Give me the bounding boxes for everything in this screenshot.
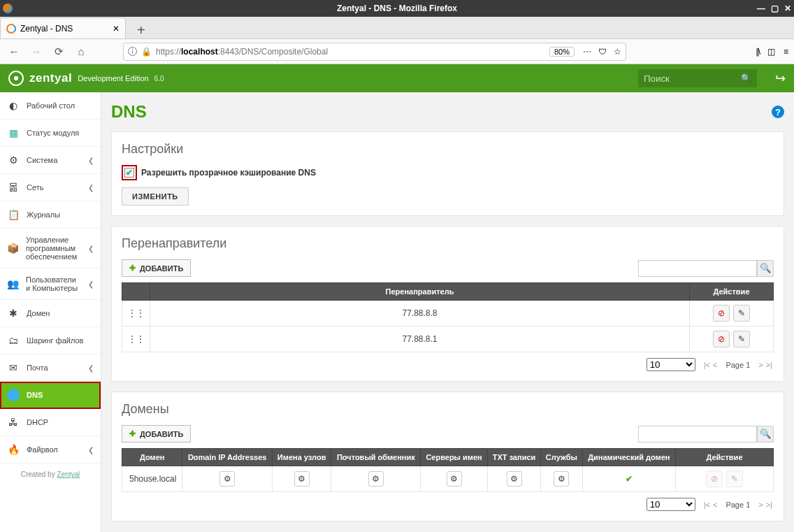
bookmark-star-icon[interactable]: ☆	[614, 47, 621, 57]
forwarders-heading: Перенаправители	[122, 236, 774, 251]
version-label: 6.0	[154, 75, 164, 82]
page-size-select[interactable]: 10	[647, 358, 695, 371]
sidebar-credits: Created by Zentyal	[0, 463, 101, 485]
info-icon[interactable]: i	[128, 47, 137, 56]
col-hosts: Имена узлов	[272, 449, 331, 466]
sidebar-item-dashboard[interactable]: ◐Рабочий стол	[0, 92, 101, 120]
pager-prev-icon[interactable]: <	[712, 501, 719, 509]
pager-first-icon[interactable]: |<	[702, 361, 712, 369]
pager-last-icon[interactable]: >|	[765, 361, 774, 369]
config-ns-button[interactable]: ⚙	[447, 471, 462, 487]
pager-last-icon[interactable]: >|	[765, 501, 774, 509]
zoom-level[interactable]: 80%	[549, 47, 575, 57]
sidebar-item-software[interactable]: 📦Управление программным обеспечением❮	[0, 229, 101, 268]
pager-first-icon[interactable]: |<	[702, 501, 712, 509]
home-button[interactable]: ⌂	[73, 43, 89, 60]
delete-button[interactable]: ⊘	[706, 470, 723, 487]
config-srv-button[interactable]: ⚙	[554, 471, 569, 487]
sidebar-item-mail[interactable]: ✉Почта❮	[0, 354, 101, 382]
sidebar-item-dns[interactable]: DNS	[0, 382, 101, 409]
maximize-icon[interactable]: ▢	[771, 3, 779, 13]
firefox-icon	[3, 3, 13, 13]
reload-button[interactable]: ⟳	[50, 43, 67, 60]
back-button[interactable]: ←	[6, 43, 22, 60]
sidebar-item-firewall[interactable]: 🔥Файрвол❮	[0, 436, 101, 463]
zentyal-logo[interactable]: zentyal Development Edition 6.0	[8, 71, 164, 86]
col-action: Действие	[676, 449, 774, 466]
sidebar-item-logs[interactable]: 📋Журналы	[0, 201, 101, 229]
library-icon[interactable]: ∥\	[756, 47, 759, 57]
browser-toolbar: ← → ⟳ ⌂ i 🔒 https://localhost:8443/DNS/C…	[0, 39, 794, 64]
add-forwarder-button[interactable]: ✚ДОБАВИТЬ	[122, 259, 191, 277]
sidebar-item-network[interactable]: 몲Сеть❮	[0, 174, 101, 201]
clipboard-icon: 📋	[7, 208, 20, 221]
transparent-cache-checkbox-wrap: ✔	[122, 165, 137, 180]
sidebar-item-users[interactable]: 👥Пользователи и Компьютеры❮	[0, 268, 101, 300]
pager-prev-icon[interactable]: <	[712, 361, 719, 369]
shield-icon[interactable]: 🛡	[598, 47, 607, 57]
help-icon[interactable]: ?	[772, 106, 784, 118]
dynamic-check-icon: ✔	[626, 474, 633, 484]
pager-next-icon[interactable]: >	[757, 361, 764, 369]
browser-tab[interactable]: Zentyal - DNS ✕	[0, 17, 126, 38]
drag-handle-icon[interactable]: ⋮⋮	[122, 301, 150, 326]
sidebar-item-dhcp[interactable]: 🖧DHCP	[0, 409, 101, 436]
edition-label: Development Edition	[78, 74, 149, 82]
delete-button[interactable]: ⊘	[713, 331, 730, 347]
forwarders-search-button[interactable]: 🔍	[757, 260, 774, 277]
credits-link[interactable]: Zentyal	[57, 470, 80, 478]
close-tab-icon[interactable]: ✕	[113, 24, 120, 34]
dns-icon	[7, 389, 20, 401]
col-srv: Службы	[541, 449, 582, 466]
new-tab-button[interactable]: +	[131, 22, 151, 38]
network-icon: 몲	[7, 181, 20, 194]
sidebar-item-domain[interactable]: ✱Домен	[0, 300, 101, 327]
mail-icon: ✉	[7, 361, 20, 374]
forward-button[interactable]: →	[28, 43, 45, 60]
domains-search-input[interactable]	[638, 426, 757, 443]
sidebar-icon[interactable]: ◫	[767, 47, 775, 57]
submit-button[interactable]: ИЗМЕНИТЬ	[122, 187, 189, 206]
forwarders-table: Перенаправитель Действие ⋮⋮ 77.88.8.8 ⊘ …	[122, 282, 774, 352]
config-txt-button[interactable]: ⚙	[507, 471, 522, 487]
sidebar-item-file-sharing[interactable]: 🗂Шаринг файлов	[0, 327, 101, 354]
sidebar-item-module-status[interactable]: ▦Статус модуля	[0, 120, 101, 147]
table-row: 5house.local ⚙ ⚙ ⚙ ⚙ ⚙ ⚙ ✔ ⊘ ✎	[122, 466, 774, 492]
col-mx: Почтовый обменник	[331, 449, 421, 466]
hamburger-icon[interactable]: ≡	[784, 47, 788, 57]
logout-button[interactable]: ↪	[775, 71, 786, 86]
add-domain-button[interactable]: ✚ДОБАВИТЬ	[122, 425, 191, 443]
forwarders-search-input[interactable]	[638, 260, 757, 277]
pager-next-icon[interactable]: >	[757, 501, 764, 509]
domain-name: 5house.local	[122, 466, 182, 492]
edit-button[interactable]: ✎	[733, 331, 750, 347]
zentyal-header: zentyal Development Edition 6.0 🔍 ↪	[0, 64, 794, 92]
page-action-icon[interactable]: ⋯	[583, 47, 591, 57]
browser-tab-bar: Zentyal - DNS ✕ +	[0, 17, 794, 39]
os-titlebar: Zentyal - DNS - Mozilla Firefox — ▢ ✕	[0, 0, 794, 17]
page-size-select[interactable]: 10	[647, 498, 695, 511]
delete-button[interactable]: ⊘	[713, 305, 730, 322]
search-input[interactable]	[644, 73, 741, 84]
domains-search-button[interactable]: 🔍	[757, 426, 774, 443]
forwarders-panel: Перенаправители ✚ДОБАВИТЬ 🔍 Перенаправит…	[111, 226, 784, 382]
plus-icon: ✚	[129, 429, 136, 438]
config-mx-button[interactable]: ⚙	[368, 471, 384, 487]
chevron-left-icon: ❮	[88, 157, 94, 164]
drag-handle-icon[interactable]: ⋮⋮	[122, 326, 150, 352]
col-txt: TXT записи	[487, 449, 540, 466]
sidebar-item-system[interactable]: ⚙Система❮	[0, 147, 101, 174]
config-ip-button[interactable]: ⚙	[219, 471, 235, 487]
header-search[interactable]: 🔍	[638, 69, 757, 87]
search-icon[interactable]: 🔍	[741, 73, 751, 83]
close-window-icon[interactable]: ✕	[784, 3, 791, 13]
favicon-icon	[6, 24, 16, 34]
edit-button[interactable]: ✎	[733, 305, 750, 322]
url-bar[interactable]: i 🔒 https://localhost:8443/DNS/Composite…	[123, 43, 626, 61]
edit-button[interactable]: ✎	[726, 470, 743, 487]
config-hosts-button[interactable]: ⚙	[294, 471, 310, 487]
domains-table: Домен Domain IP Addresses Имена узлов По…	[122, 448, 774, 492]
chevron-left-icon: ❮	[88, 364, 94, 372]
transparent-cache-checkbox[interactable]: ✔	[124, 168, 134, 178]
minimize-icon[interactable]: —	[757, 3, 765, 13]
